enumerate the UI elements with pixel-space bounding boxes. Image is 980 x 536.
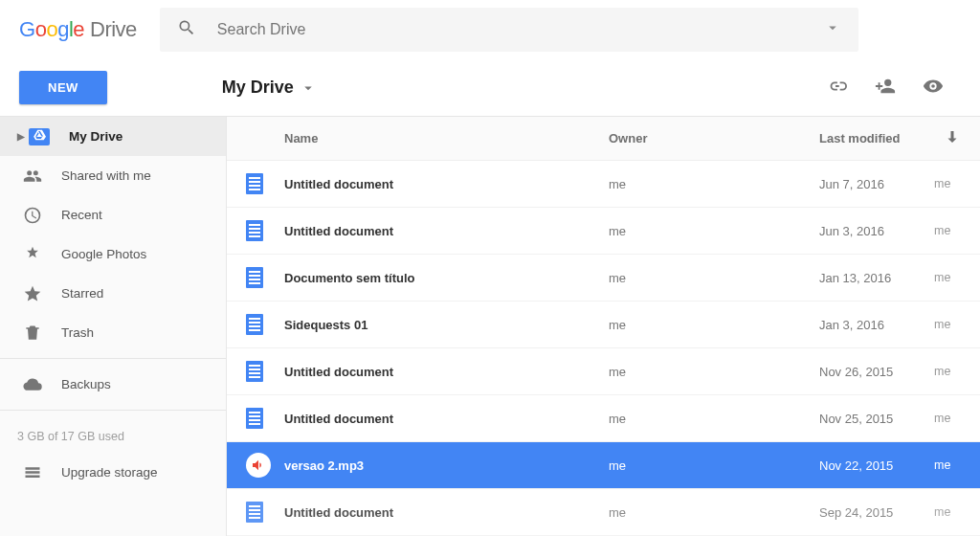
caret-right-icon: ▶ [17,131,27,142]
file-name: Sidequests 01 [284,318,609,332]
sidebar: ▶ My Drive Shared with me Recent Google … [0,117,227,536]
file-modified-by: me [934,177,961,190]
storage-usage: 3 GB of 17 GB used [0,416,226,453]
sort-descending-icon[interactable] [944,128,961,148]
file-name: versao 2.mp3 [284,458,609,473]
sidebar-item-label: Starred [61,286,103,301]
file-name: Untitled document [284,412,609,426]
sidebar-item-upgrade[interactable]: Upgrade storage [0,453,226,492]
table-row[interactable]: Untitled documentmeSep 24, 2015me [227,489,980,536]
file-name: Documento sem título [284,271,609,285]
file-modified-by: me [934,365,961,378]
file-modified: Sep 24, 2015 [819,505,934,520]
col-owner[interactable]: Owner [609,131,819,145]
folder-breadcrumb[interactable]: My Drive [222,78,317,98]
search-options-icon[interactable] [824,19,841,40]
cloud-icon [17,375,48,394]
file-owner: me [609,458,819,473]
table-row[interactable]: Untitled documentmeJun 3, 2016me [227,208,980,255]
file-modified: Jan 3, 2016 [819,318,934,332]
link-icon[interactable] [827,76,848,100]
file-modified-by: me [934,505,961,519]
col-modified[interactable]: Last modified [819,131,944,145]
drive-icon [29,128,50,145]
file-modified: Nov 22, 2015 [819,458,934,473]
folder-title-label: My Drive [222,78,294,98]
sidebar-item-label: Recent [61,208,102,222]
sidebar-item-my-drive[interactable]: ▶ My Drive [0,117,226,156]
file-modified: Jan 13, 2016 [819,271,934,285]
divider [0,410,226,411]
file-owner: me [609,412,819,426]
table-row[interactable]: Untitled documentmeNov 26, 2015me [227,348,980,395]
add-person-icon[interactable] [875,76,896,100]
doc-icon [246,314,263,335]
file-name: Untitled document [284,505,609,520]
people-icon [17,167,48,186]
clock-icon [17,206,48,225]
file-modified: Jun 3, 2016 [819,224,934,238]
sidebar-item-label: Upgrade storage [61,465,158,480]
file-modified-by: me [934,458,961,472]
sidebar-item-photos[interactable]: Google Photos [0,234,226,274]
file-list: Name Owner Last modified Untitled docume… [227,117,980,536]
file-owner: me [609,365,819,379]
table-row[interactable]: versao 2.mp3meNov 22, 2015me [227,442,980,489]
audio-icon [246,453,271,478]
sidebar-item-label: Shared with me [61,168,151,183]
action-bar [827,76,944,100]
logo-product: Drive [90,17,137,42]
table-row[interactable]: Documento sem títulomeJan 13, 2016me [227,255,980,302]
column-header: Name Owner Last modified [227,117,980,161]
file-name: Untitled document [284,224,609,238]
file-owner: me [609,224,819,238]
sidebar-item-shared[interactable]: Shared with me [0,156,226,195]
trash-icon [17,324,48,343]
file-modified: Nov 25, 2015 [819,412,934,426]
file-modified-by: me [934,318,961,331]
doc-icon [246,408,263,429]
doc-icon [246,502,263,523]
sidebar-item-backups[interactable]: Backups [0,365,226,404]
search-input[interactable] [217,21,824,38]
file-name: Untitled document [284,365,609,379]
photos-icon [17,245,48,264]
file-modified-by: me [934,271,961,284]
doc-icon [246,173,263,194]
file-owner: me [609,177,819,191]
file-owner: me [609,271,819,285]
sidebar-item-label: Trash [61,325,94,340]
file-modified: Jun 7, 2016 [819,177,934,191]
sidebar-item-starred[interactable]: Starred [0,274,226,313]
file-modified-by: me [934,412,961,425]
chevron-down-icon [300,79,317,97]
storage-icon [17,463,48,482]
sidebar-item-trash[interactable]: Trash [0,313,226,352]
new-button[interactable]: NEW [19,71,107,104]
logo[interactable]: Google Drive [19,17,137,42]
file-modified: Nov 26, 2015 [819,365,934,379]
doc-icon [246,267,263,288]
preview-eye-icon[interactable] [923,76,944,100]
col-name[interactable]: Name [284,131,609,145]
file-modified-by: me [934,224,961,237]
table-row[interactable]: Untitled documentmeJun 7, 2016me [227,161,980,208]
doc-icon [246,361,263,382]
table-row[interactable]: Sidequests 01meJan 3, 2016me [227,302,980,348]
header: Google Drive [0,0,980,59]
doc-icon [246,220,263,241]
sidebar-item-recent[interactable]: Recent [0,195,226,234]
file-name: Untitled document [284,177,609,191]
sidebar-item-label: Backups [61,377,111,391]
star-icon [17,284,48,303]
search-bar[interactable] [160,8,858,52]
sub-header: NEW My Drive [0,59,980,117]
sidebar-item-label: Google Photos [61,247,146,261]
sidebar-item-label: My Drive [69,129,122,144]
search-icon [177,18,196,41]
table-row[interactable]: Untitled documentmeNov 25, 2015me [227,395,980,442]
divider [0,358,226,359]
file-owner: me [609,318,819,332]
file-owner: me [609,505,819,520]
